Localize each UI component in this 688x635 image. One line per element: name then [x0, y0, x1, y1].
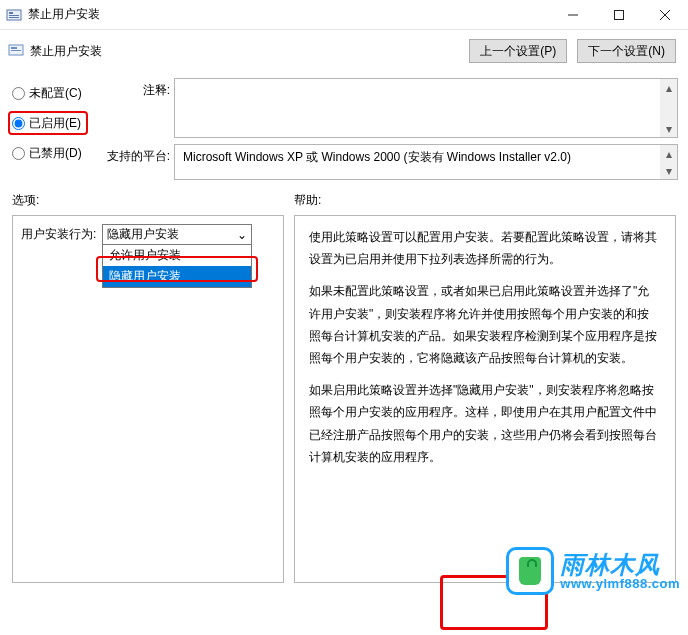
window-maximize-icon[interactable] [596, 0, 642, 29]
radio-enabled[interactable]: 已启用(E) [12, 114, 92, 132]
window-titlebar: 禁止用户安装 [0, 0, 688, 30]
behavior-label: 用户安装行为: [21, 224, 96, 243]
comment-scrollbar[interactable]: ▴ ▾ [660, 79, 677, 137]
svg-rect-10 [11, 50, 21, 51]
options-heading: 选项: [12, 192, 284, 209]
next-setting-button[interactable]: 下一个设置(N) [577, 39, 676, 63]
scroll-up-icon[interactable]: ▴ [660, 145, 677, 162]
window-controls [550, 0, 688, 29]
svg-rect-1 [9, 12, 13, 14]
behavior-combo-text: 隐藏用户安装 [107, 226, 179, 243]
options-panel: 用户安装行为: 隐藏用户安装 ⌄ 允许用户安装 隐藏用户安装 [12, 215, 284, 583]
platform-scrollbar[interactable]: ▴ ▾ [660, 145, 677, 179]
app-icon [6, 7, 22, 23]
chevron-down-icon: ⌄ [237, 228, 247, 242]
behavior-combo[interactable]: 隐藏用户安装 ⌄ 允许用户安装 隐藏用户安装 [102, 224, 252, 245]
radio-enabled-input[interactable] [12, 117, 25, 130]
watermark: 雨林木风 www.ylmf888.com [506, 547, 680, 595]
help-panel: 使用此策略设置可以配置用户安装。若要配置此策略设置，请将其设置为已启用并使用下拉… [294, 215, 676, 583]
previous-setting-button[interactable]: 上一个设置(P) [469, 39, 567, 63]
body-row: 用户安装行为: 隐藏用户安装 ⌄ 允许用户安装 隐藏用户安装 使用此策略设置可以… [0, 215, 688, 591]
section-labels: 选项: 帮助: [0, 184, 688, 215]
radio-not-configured-label: 未配置(C) [29, 85, 82, 102]
svg-rect-2 [9, 15, 19, 16]
radio-disabled[interactable]: 已禁用(D) [12, 144, 92, 162]
radio-enabled-label: 已启用(E) [29, 115, 81, 132]
help-paragraph-1: 使用此策略设置可以配置用户安装。若要配置此策略设置，请将其设置为已启用并使用下拉… [309, 226, 661, 270]
help-heading: 帮助: [294, 192, 676, 209]
scroll-down-icon[interactable]: ▾ [660, 162, 677, 179]
policy-icon [8, 42, 24, 61]
behavior-combo-selected[interactable]: 隐藏用户安装 ⌄ [102, 224, 252, 245]
svg-rect-5 [615, 10, 624, 19]
behavior-option-hide[interactable]: 隐藏用户安装 [103, 266, 251, 287]
platform-text: Microsoft Windows XP 或 Windows 2000 (安装有… [183, 150, 571, 164]
watermark-logo-icon [506, 547, 554, 595]
window-minimize-icon[interactable] [550, 0, 596, 29]
behavior-combo-list: 允许用户安装 隐藏用户安装 [102, 245, 252, 288]
policy-toolbar: 禁止用户安装 上一个设置(P) 下一个设置(N) [0, 30, 688, 72]
policy-title: 禁止用户安装 [30, 43, 102, 60]
svg-rect-3 [9, 17, 19, 18]
radio-not-configured-input[interactable] [12, 87, 25, 100]
scroll-down-icon[interactable]: ▾ [660, 120, 677, 137]
radio-not-configured[interactable]: 未配置(C) [12, 84, 92, 102]
radio-disabled-input[interactable] [12, 147, 25, 160]
scroll-up-icon[interactable]: ▴ [660, 79, 677, 96]
window-close-icon[interactable] [642, 0, 688, 29]
platform-label: 支持的平台: [100, 144, 174, 180]
svg-rect-9 [11, 47, 17, 49]
watermark-brand: 雨林木风 [560, 553, 680, 577]
comment-label: 注释: [100, 78, 174, 138]
state-radio-group: 未配置(C) 已启用(E) 已禁用(D) [12, 78, 92, 180]
radio-disabled-label: 已禁用(D) [29, 145, 82, 162]
supported-platform-box: Microsoft Windows XP 或 Windows 2000 (安装有… [174, 144, 678, 180]
config-row: 未配置(C) 已启用(E) 已禁用(D) 注释: ▴ ▾ 支持的平台: [0, 72, 688, 184]
help-paragraph-2: 如果未配置此策略设置，或者如果已启用此策略设置并选择了"允许用户安装"，则安装程… [309, 280, 661, 369]
behavior-option-allow[interactable]: 允许用户安装 [103, 245, 251, 266]
window-title: 禁止用户安装 [28, 6, 550, 23]
comment-textarea[interactable]: ▴ ▾ [174, 78, 678, 138]
help-paragraph-3: 如果启用此策略设置并选择"隐藏用户安装"，则安装程序将忽略按照每个用户安装的应用… [309, 379, 661, 468]
watermark-url: www.ylmf888.com [560, 577, 680, 590]
